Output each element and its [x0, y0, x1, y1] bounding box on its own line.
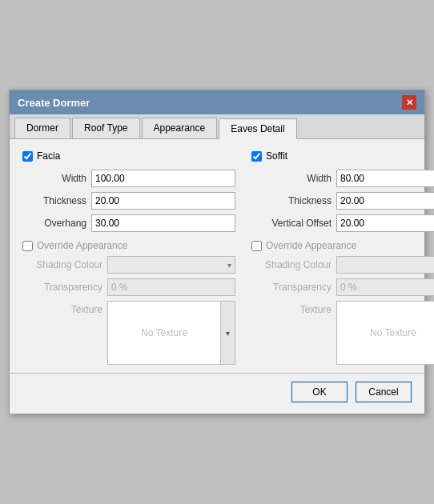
- soffit-thickness-label: Thickness: [251, 195, 332, 206]
- facia-override-checkbox[interactable]: [22, 241, 33, 251]
- facia-overhang-row: Overhang: [22, 214, 235, 232]
- cancel-button[interactable]: Cancel: [356, 382, 412, 402]
- soffit-width-label: Width: [251, 173, 332, 184]
- soffit-voffset-row: Vertical Offset: [251, 214, 434, 232]
- facia-width-input[interactable]: [91, 170, 235, 187]
- facia-transparency-input[interactable]: [107, 278, 235, 296]
- soffit-column: Soffit Width Thickness Vertical Offset O…: [251, 150, 434, 365]
- facia-thickness-row: Thickness: [22, 192, 235, 210]
- facia-override-row: Override Appearance: [22, 240, 235, 251]
- tab-eaves-detail[interactable]: Eaves Detail: [219, 118, 296, 139]
- close-button[interactable]: ✕: [402, 95, 416, 110]
- soffit-voffset-input[interactable]: [336, 214, 434, 232]
- two-column-layout: Facia Width Thickness Overhang Override …: [22, 150, 412, 365]
- soffit-override-label: Override Appearance: [266, 240, 356, 251]
- soffit-voffset-label: Vertical Offset: [251, 218, 332, 229]
- facia-transparency-label: Transparency: [22, 282, 102, 293]
- ok-button[interactable]: OK: [291, 382, 348, 402]
- soffit-thickness-input[interactable]: [336, 192, 434, 210]
- tab-dormer[interactable]: Dormer: [14, 118, 70, 138]
- soffit-texture-label: Texture: [251, 304, 332, 315]
- facia-texture-box: No Texture ▾: [107, 301, 235, 365]
- facia-overhang-input[interactable]: [91, 214, 235, 232]
- facia-label: Facia: [37, 150, 60, 162]
- tab-roof-type[interactable]: Roof Type: [72, 118, 139, 138]
- soffit-transparency-input[interactable]: [336, 278, 434, 296]
- button-bar: OK Cancel: [10, 374, 424, 414]
- facia-shading-label: Shading Colour: [22, 259, 102, 270]
- dialog-title: Create Dormer: [18, 97, 90, 109]
- facia-column: Facia Width Thickness Overhang Override …: [22, 150, 235, 365]
- facia-shading-row: Shading Colour ▾: [22, 256, 235, 274]
- facia-texture-row: Texture No Texture ▾: [22, 301, 235, 365]
- facia-override-label: Override Appearance: [37, 240, 127, 251]
- soffit-override-row: Override Appearance: [251, 240, 434, 251]
- facia-texture-area: No Texture: [107, 301, 221, 365]
- tab-content: Facia Width Thickness Overhang Override …: [10, 139, 424, 373]
- soffit-shading-label: Shading Colour: [251, 259, 332, 270]
- soffit-transparency-row: Transparency: [251, 278, 434, 296]
- facia-overhang-label: Overhang: [22, 218, 86, 229]
- soffit-thickness-row: Thickness: [251, 192, 434, 210]
- soffit-texture-area: No Texture: [336, 301, 434, 365]
- facia-checkbox[interactable]: [22, 151, 33, 162]
- facia-section-header: Facia: [22, 150, 235, 162]
- soffit-override-checkbox[interactable]: [251, 241, 262, 251]
- title-bar: Create Dormer ✕: [10, 90, 424, 114]
- tab-bar: Dormer Roof Type Appearance Eaves Detail: [10, 114, 424, 139]
- soffit-width-row: Width: [251, 170, 434, 187]
- soffit-checkbox[interactable]: [251, 151, 262, 162]
- facia-thickness-label: Thickness: [22, 195, 86, 206]
- facia-texture-placeholder: No Texture: [141, 327, 187, 338]
- facia-shading-arrow: ▾: [227, 261, 231, 270]
- create-dormer-dialog: Create Dormer ✕ Dormer Roof Type Appeara…: [9, 90, 425, 414]
- soffit-texture-row: Texture No Texture ▾: [251, 301, 434, 365]
- facia-texture-button[interactable]: ▾: [221, 301, 235, 365]
- facia-transparency-row: Transparency: [22, 278, 235, 296]
- soffit-section-header: Soffit: [251, 150, 434, 162]
- soffit-shading-select[interactable]: ▾: [336, 256, 434, 274]
- facia-shading-select[interactable]: ▾: [107, 256, 235, 274]
- tab-appearance[interactable]: Appearance: [142, 118, 218, 138]
- soffit-transparency-label: Transparency: [251, 282, 332, 293]
- facia-texture-label: Texture: [22, 304, 102, 315]
- facia-thickness-input[interactable]: [91, 192, 235, 210]
- facia-width-label: Width: [22, 173, 86, 184]
- soffit-width-input[interactable]: [336, 170, 434, 187]
- soffit-texture-placeholder: No Texture: [370, 327, 416, 338]
- soffit-label: Soffit: [266, 150, 287, 162]
- soffit-texture-box: No Texture ▾: [336, 301, 434, 365]
- facia-width-row: Width: [22, 170, 235, 187]
- soffit-shading-row: Shading Colour ▾: [251, 256, 434, 274]
